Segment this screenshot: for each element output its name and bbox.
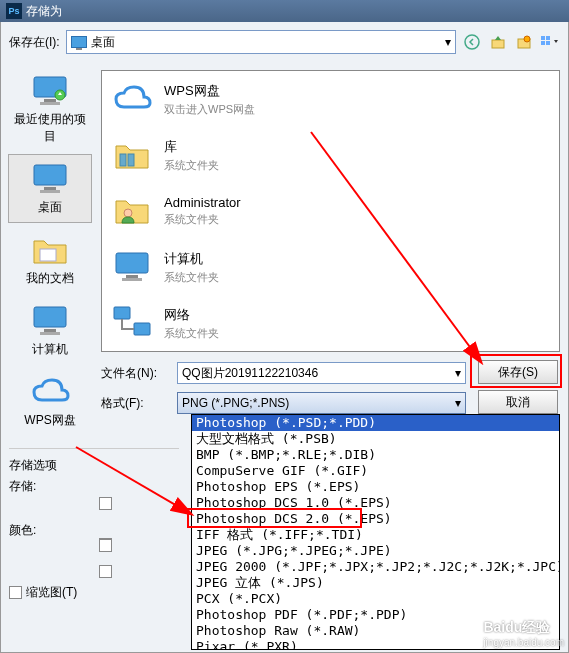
file-title: Administrator xyxy=(164,195,241,210)
svg-rect-23 xyxy=(126,275,138,278)
format-option[interactable]: Photoshop (*.PSD;*.PDD) xyxy=(192,415,559,431)
svg-rect-20 xyxy=(128,154,134,166)
place-documents[interactable]: 我的文档 xyxy=(8,225,92,294)
color-label: 颜色: xyxy=(9,523,36,537)
place-computer[interactable]: 计算机 xyxy=(8,296,92,365)
format-dropdown[interactable]: Photoshop (*.PSD;*.PDD)大型文档格式 (*.PSB)BMP… xyxy=(191,414,560,650)
format-value: PNG (*.PNG;*.PNS) xyxy=(182,396,289,410)
svg-rect-24 xyxy=(122,278,142,281)
format-option[interactable]: 大型文档格式 (*.PSB) xyxy=(192,431,559,447)
place-desktop[interactable]: 桌面 xyxy=(8,154,92,223)
svg-rect-22 xyxy=(116,253,148,273)
checkbox[interactable] xyxy=(99,539,112,552)
svg-point-0 xyxy=(465,35,479,49)
chevron-down-icon[interactable]: ▾ xyxy=(455,366,461,380)
file-title: WPS网盘 xyxy=(164,82,255,100)
format-option[interactable]: Photoshop EPS (*.EPS) xyxy=(192,479,559,495)
title-bar: Ps 存储为 xyxy=(0,0,569,22)
format-option[interactable]: Photoshop DCS 1.0 (*.EPS) xyxy=(192,495,559,511)
save-in-label: 保存在(I): xyxy=(9,34,60,51)
chevron-down-icon[interactable]: ▾ xyxy=(445,35,451,49)
format-label: 格式(F): xyxy=(101,395,171,412)
file-list[interactable]: WPS网盘双击进入WPS网盘 库系统文件夹 Administrator系统文件夹… xyxy=(101,70,560,352)
thumbnail-checkbox[interactable] xyxy=(9,586,22,599)
file-item-wps[interactable]: WPS网盘双击进入WPS网盘 xyxy=(102,71,559,127)
place-label: 计算机 xyxy=(32,341,68,358)
svg-rect-10 xyxy=(40,102,60,105)
save-in-combo[interactable]: 桌面 ▾ xyxy=(66,30,456,54)
thumbnail-label: 缩览图(T) xyxy=(26,584,77,601)
dialog-title: 存储为 xyxy=(26,3,62,20)
format-option[interactable]: PCX (*.PCX) xyxy=(192,591,559,607)
svg-rect-6 xyxy=(541,41,545,45)
format-option[interactable]: Photoshop PDF (*.PDF;*.PDP) xyxy=(192,607,559,623)
format-option[interactable]: JPEG 2000 (*.JPF;*.JPX;*.JP2;*.J2C;*.J2K… xyxy=(192,559,559,575)
file-item-computer[interactable]: 计算机系统文件夹 xyxy=(102,239,559,295)
place-recent[interactable]: 最近使用的项目 xyxy=(8,66,92,152)
format-option[interactable]: JPEG 立体 (*.JPS) xyxy=(192,575,559,591)
thumbnail-section: 缩览图(T) xyxy=(9,584,179,601)
file-sub: 系统文件夹 xyxy=(164,212,241,227)
cancel-button[interactable]: 取消 xyxy=(478,390,558,414)
up-icon[interactable] xyxy=(488,32,508,52)
save-in-value: 桌面 xyxy=(91,34,115,51)
svg-rect-16 xyxy=(34,307,66,327)
svg-rect-15 xyxy=(40,249,56,261)
place-label: WPS网盘 xyxy=(24,412,75,429)
place-label: 桌面 xyxy=(38,199,62,216)
svg-rect-14 xyxy=(40,190,60,193)
svg-rect-1 xyxy=(492,40,504,48)
svg-rect-7 xyxy=(546,41,550,45)
format-option[interactable]: IFF 格式 (*.IFF;*.TDI) xyxy=(192,527,559,543)
button-group: 保存(S) 取消 xyxy=(478,360,558,414)
color-section: 颜色: xyxy=(9,522,179,581)
svg-rect-26 xyxy=(134,323,150,335)
app-icon: Ps xyxy=(6,3,22,19)
format-option[interactable]: Photoshop DCS 2.0 (*.EPS) xyxy=(192,511,559,527)
format-combo[interactable]: PNG (*.PNG;*.PNS) ▾ xyxy=(177,392,466,414)
storage-save-label: 存储: xyxy=(9,478,36,495)
view-menu-icon[interactable] xyxy=(540,32,560,52)
file-item-libraries[interactable]: 库系统文件夹 xyxy=(102,127,559,183)
filename-input[interactable]: QQ图片20191122210346 ▾ xyxy=(177,362,466,384)
svg-rect-12 xyxy=(34,165,66,185)
file-title: 网络 xyxy=(164,306,219,324)
svg-rect-4 xyxy=(541,36,545,40)
format-option[interactable]: CompuServe GIF (*.GIF) xyxy=(192,463,559,479)
svg-point-3 xyxy=(524,36,530,42)
file-item-network[interactable]: 网络系统文件夹 xyxy=(102,295,559,351)
svg-rect-18 xyxy=(40,332,60,335)
desktop-icon xyxy=(71,36,87,48)
svg-rect-25 xyxy=(114,307,130,319)
format-option[interactable]: Photoshop Raw (*.RAW) xyxy=(192,623,559,639)
svg-rect-5 xyxy=(546,36,550,40)
place-wps[interactable]: WPS网盘 xyxy=(8,367,92,436)
file-sub: 系统文件夹 xyxy=(164,270,219,285)
places-bar: 最近使用的项目 桌面 我的文档 计算机 WPS网盘 xyxy=(5,66,95,436)
checkbox[interactable] xyxy=(99,565,112,578)
format-option[interactable]: BMP (*.BMP;*.RLE;*.DIB) xyxy=(192,447,559,463)
svg-rect-13 xyxy=(44,187,56,190)
dialog-body: 保存在(I): 桌面 ▾ 最近使用的项目 xyxy=(0,22,569,653)
place-label: 最近使用的项目 xyxy=(11,111,89,145)
file-title: 库 xyxy=(164,138,219,156)
filename-value: QQ图片20191122210346 xyxy=(182,365,318,382)
svg-point-21 xyxy=(124,209,132,217)
file-title: 计算机 xyxy=(164,250,219,268)
file-sub: 系统文件夹 xyxy=(164,158,219,173)
checkbox[interactable] xyxy=(99,497,112,510)
format-option[interactable]: Pixar (*.PXR) xyxy=(192,639,559,650)
svg-rect-19 xyxy=(120,154,126,166)
top-bar: 保存在(I): 桌面 ▾ xyxy=(1,22,568,62)
format-option[interactable]: JPEG (*.JPG;*.JPEG;*.JPE) xyxy=(192,543,559,559)
place-label: 我的文档 xyxy=(26,270,74,287)
svg-rect-9 xyxy=(44,99,56,102)
new-folder-icon[interactable] xyxy=(514,32,534,52)
file-sub: 双击进入WPS网盘 xyxy=(164,102,255,117)
file-item-admin[interactable]: Administrator系统文件夹 xyxy=(102,183,559,239)
file-sub: 系统文件夹 xyxy=(164,326,219,341)
save-button[interactable]: 保存(S) xyxy=(478,360,558,384)
chevron-down-icon[interactable]: ▾ xyxy=(455,396,461,410)
svg-rect-17 xyxy=(44,329,56,332)
back-icon[interactable] xyxy=(462,32,482,52)
